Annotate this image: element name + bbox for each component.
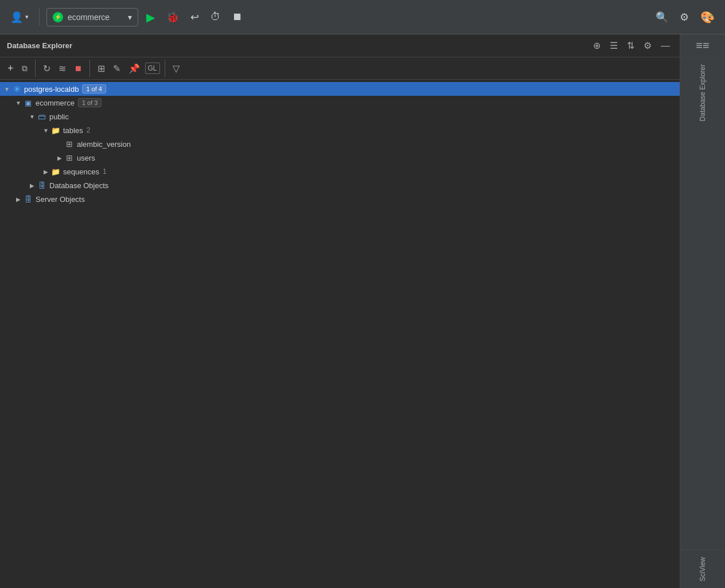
tree-item-public[interactable]: 🗃 public <box>0 110 680 123</box>
tree-item-sequences[interactable]: 📁 sequences 1 <box>0 165 680 178</box>
top-toolbar: 👤 ▾ ⚡ ecommerce ▾ ▶ 🐞 ↩ ⏱ ⏹ 🔍 ⚙ 🎨 <box>0 0 725 34</box>
label-postgres-localdb: postgres-localdb <box>24 85 79 94</box>
db-selector-name: ecommerce <box>68 13 110 22</box>
table-icon-users: ⊞ <box>64 153 75 163</box>
sciview-tab-label: SciView <box>699 557 707 581</box>
tree-item-tables[interactable]: 📁 tables 2 <box>0 123 680 137</box>
tree-item-alembic-version[interactable]: ⊞ alembic_version <box>0 137 680 151</box>
panel-settings-button[interactable]: ⚙ <box>641 39 654 52</box>
toolbar-sep-4 <box>165 60 165 77</box>
label-sequences: sequences <box>63 168 99 176</box>
right-sidebar: ≡≡ Database Explorer SciView <box>680 34 725 588</box>
toolbar-sep-3 <box>89 60 90 77</box>
user-dropdown-arrow: ▾ <box>25 13 29 21</box>
db-explorer-tab-label: Database Explorer <box>699 64 707 121</box>
count-sequences: 1 <box>103 168 107 176</box>
edit-button[interactable]: ✎ <box>110 62 123 75</box>
label-tables: tables <box>63 126 83 135</box>
db-selector-icon: ⚡ <box>53 12 63 22</box>
spinner-icon-postgres: ✳ <box>11 84 22 94</box>
user-icon: 👤 <box>10 11 23 24</box>
label-public: public <box>49 112 69 121</box>
folder-icon-sequences: 📁 <box>50 166 61 177</box>
panel-header: Database Explorer ⊕ ☰ ⇅ ⚙ — <box>0 34 680 57</box>
db-selector[interactable]: ⚡ ecommerce ▾ <box>46 8 138 26</box>
debug-button[interactable]: 🐞 <box>163 9 182 26</box>
chevron-users <box>55 153 64 162</box>
tree-item-database-objects[interactable]: 🗄 Database Objects <box>0 178 680 192</box>
toolbar-sep-2 <box>35 60 36 77</box>
badge-postgres-localdb: 1 of 4 <box>82 84 106 94</box>
db-explorer-panel: Database Explorer ⊕ ☰ ⇅ ⚙ — + ⧉ ↻ ≋ ⏹ ⊞ … <box>0 34 680 588</box>
pin-button[interactable]: 📌 <box>126 62 143 75</box>
stop-btn2[interactable]: ⏹ <box>71 63 85 74</box>
tree-area: ✳ postgres-localdb 1 of 4 ▣ ecommerce 1 … <box>0 80 680 588</box>
table-icon-alembic: ⊞ <box>64 139 75 149</box>
table-view-button[interactable]: ⊞ <box>95 62 108 75</box>
chevron-public <box>28 112 37 121</box>
user-button[interactable]: 👤 ▾ <box>7 9 32 26</box>
tree-item-postgres-localdb[interactable]: ✳ postgres-localdb 1 of 4 <box>0 82 680 96</box>
add-button[interactable]: + <box>5 61 17 76</box>
folder-icon-tables: 📁 <box>50 125 61 135</box>
sidebar-tab-sciview[interactable]: SciView <box>680 550 725 588</box>
main-area: Database Explorer ⊕ ☰ ⇅ ⚙ — + ⧉ ↻ ≋ ⏹ ⊞ … <box>0 34 725 588</box>
run-button[interactable]: ▶ <box>143 8 158 26</box>
server-objects-icon: 🗄 <box>23 194 33 204</box>
filter-button[interactable]: ▽ <box>170 62 182 75</box>
globe-button[interactable]: ⊕ <box>590 39 603 52</box>
tree-item-users[interactable]: ⊞ users <box>0 151 680 165</box>
db-selector-arrow: ▾ <box>128 13 132 22</box>
db-vertical-icon: ≡≡ <box>696 39 709 52</box>
color-button[interactable]: 🎨 <box>697 8 718 26</box>
panel-close-button[interactable]: — <box>658 40 673 52</box>
chevron-database-objects <box>28 181 37 190</box>
panel-header-actions: ⊕ ☰ ⇅ ⚙ — <box>590 39 673 52</box>
collapse-all-button[interactable]: ☰ <box>607 39 621 52</box>
db-objects-icon: 🗄 <box>37 180 47 190</box>
settings-button[interactable]: ⚙ <box>676 9 692 26</box>
chevron-postgres-localdb <box>2 84 11 94</box>
db-icon-ecommerce: ▣ <box>23 98 33 108</box>
label-server-objects: Server Objects <box>36 195 85 204</box>
timer-button[interactable]: ⏱ <box>207 9 224 25</box>
refresh-button[interactable]: ↻ <box>40 62 53 75</box>
label-database-objects: Database Objects <box>49 181 108 190</box>
label-users: users <box>77 154 95 162</box>
count-tables: 2 <box>87 126 91 134</box>
schema-icon-public: 🗃 <box>37 111 47 122</box>
search-button[interactable]: 🔍 <box>652 9 672 26</box>
rerun-button[interactable]: ↩ <box>187 9 202 26</box>
badge-ecommerce: 1 of 3 <box>78 98 102 107</box>
expand-button[interactable]: ⇅ <box>624 39 637 52</box>
stop-button[interactable]: ⏹ <box>229 9 246 25</box>
sql-button[interactable]: GL <box>145 63 160 74</box>
chevron-sequences <box>41 167 50 176</box>
copy-button[interactable]: ⧉ <box>19 63 30 75</box>
sidebar-tab-db-explorer[interactable]: Database Explorer <box>680 57 725 128</box>
chevron-tables <box>41 126 50 135</box>
label-ecommerce: ecommerce <box>36 99 75 107</box>
panel-title: Database Explorer <box>7 41 590 50</box>
chevron-server-objects <box>14 194 23 204</box>
chevron-ecommerce <box>14 98 23 107</box>
tree-item-server-objects[interactable]: 🗄 Server Objects <box>0 192 680 206</box>
label-alembic-version: alembic_version <box>77 140 131 149</box>
schema-button[interactable]: ≋ <box>56 62 69 75</box>
secondary-toolbar: + ⧉ ↻ ≋ ⏹ ⊞ ✎ 📌 GL ▽ <box>0 57 680 80</box>
tree-item-ecommerce[interactable]: ▣ ecommerce 1 of 3 <box>0 96 680 110</box>
separator-1 <box>39 9 40 26</box>
